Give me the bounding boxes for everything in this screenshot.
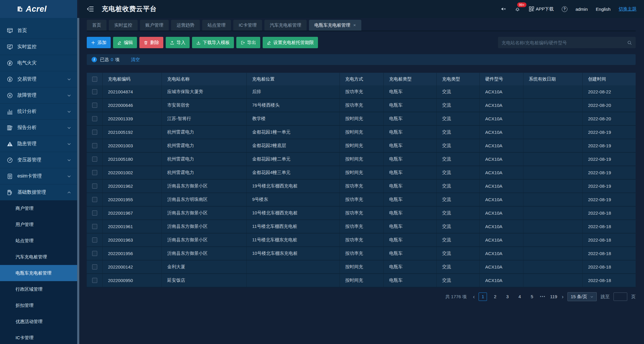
- collapse-sidebar-icon[interactable]: [87, 5, 94, 13]
- clear-selection-link[interactable]: 清空: [131, 57, 140, 63]
- column-header[interactable]: 充电桩编码: [103, 73, 162, 85]
- page-number-button[interactable]: 2: [491, 293, 499, 301]
- row-checkbox[interactable]: [92, 157, 97, 162]
- mute-icon[interactable]: [500, 6, 506, 12]
- table-row[interactable]: 2022000646市安装宿舍76号楼西楼头按功率充电瓶车交流ACX10A202…: [87, 99, 636, 112]
- sidebar-subitem[interactable]: 优惠活动管理: [0, 313, 77, 330]
- sidebar-item[interactable]: 报告分析: [0, 119, 77, 136]
- sidebar-subitem[interactable]: IC卡管理: [0, 330, 77, 344]
- sidebar-subitem[interactable]: 商户管理: [0, 200, 77, 216]
- column-header[interactable]: 系统有效日期: [523, 73, 583, 85]
- tab[interactable]: 电瓶车充电桩管理×: [309, 20, 361, 31]
- table-row[interactable]: 2021005192杭州雷霆电力金都花园1幢一单元按时间充电瓶车交流ACX10A…: [87, 126, 636, 139]
- table-row[interactable]: 2022001967沂南县东方御景小区10号楼北车棚西充电桩按功率充电瓶车交流A…: [87, 207, 636, 220]
- table-row[interactable]: 2022001963沂南县东方御景小区11号楼北车棚东充电桩按功率充电瓶车交流A…: [87, 234, 636, 247]
- column-header[interactable]: 充电站名称: [162, 73, 247, 85]
- theme-toggle-link[interactable]: 切换主题: [619, 6, 637, 12]
- tab[interactable]: 账户管理: [140, 20, 169, 31]
- brand-logo[interactable]: Acrel: [0, 0, 77, 18]
- tab[interactable]: 站点管理: [202, 20, 231, 31]
- page-number-button[interactable]: 4: [515, 293, 524, 301]
- toolbar-button[interactable]: 设置充电桩托管期限: [263, 37, 318, 48]
- sidebar-item[interactable]: 隐患管理: [0, 136, 77, 152]
- sidebar-item[interactable]: 电气火灾: [0, 55, 77, 71]
- page-size-select[interactable]: 15 条/页: [567, 292, 597, 301]
- sidebar-subitem[interactable]: 电瓶车充电桩管理: [0, 265, 77, 281]
- next-page-icon[interactable]: ›: [562, 294, 564, 299]
- tab[interactable]: 首页: [87, 20, 106, 31]
- language-switcher[interactable]: English: [596, 7, 610, 12]
- sidebar-subitem[interactable]: 站点管理: [0, 233, 77, 249]
- row-checkbox[interactable]: [92, 210, 97, 216]
- table-row[interactable]: 2022001339江苏-智将行教学楼按时间充电瓶车交流ACX10A2022-0…: [87, 112, 636, 126]
- row-checkbox[interactable]: [92, 264, 97, 269]
- app-download[interactable]: APP下载: [529, 6, 554, 12]
- table-row[interactable]: 2022001002杭州雷霆电力金都花园4幢三单元按时间充电瓶车交流ACX10A…: [87, 166, 636, 180]
- row-checkbox[interactable]: [92, 184, 97, 189]
- sidebar-item[interactable]: 故障管理: [0, 87, 77, 103]
- tab[interactable]: 汽车充电桩管理: [264, 20, 307, 31]
- user-menu[interactable]: admin: [576, 7, 588, 12]
- sidebar-scrollbar[interactable]: [77, 18, 79, 344]
- jump-page-input[interactable]: [613, 293, 627, 301]
- toolbar-button[interactable]: 下载导入模板: [192, 37, 234, 48]
- toolbar-button[interactable]: 删除: [139, 37, 163, 48]
- toolbar-button[interactable]: 导出: [236, 37, 260, 48]
- toolbar-button[interactable]: 添加: [87, 37, 111, 48]
- table-row[interactable]: 2022000950延安饭店按时间充电瓶车交流ACX10A2022-08-18: [87, 274, 636, 287]
- table-row[interactable]: 2022001955沂南县东方明珠南区9号楼东按功率充电瓶车交流ACX10A20…: [87, 193, 636, 207]
- row-checkbox[interactable]: [92, 170, 97, 175]
- row-checkbox[interactable]: [92, 89, 97, 94]
- sidebar-subitem[interactable]: 用户管理: [0, 216, 77, 233]
- search-icon[interactable]: [627, 40, 632, 45]
- sidebar-subitem[interactable]: 行政区域管理: [0, 281, 77, 297]
- sidebar-subitem[interactable]: 汽车充电桩管理: [0, 249, 77, 265]
- column-header[interactable]: 充电桩类型: [384, 73, 437, 85]
- table-row[interactable]: 2021004874应城市保险大厦旁后排按功率充电瓶车交流ACX10A2022-…: [87, 85, 636, 99]
- row-checkbox[interactable]: [92, 130, 97, 135]
- row-checkbox[interactable]: [92, 251, 97, 256]
- page-number-button[interactable]: 5: [528, 293, 536, 301]
- table-row[interactable]: 2022000142金利大厦按时间充电瓶车交流ACX10A2022-08-18: [87, 260, 636, 274]
- row-checkbox[interactable]: [92, 197, 97, 202]
- column-header[interactable]: 硬件型号: [480, 73, 523, 85]
- sidebar-subitem[interactable]: 折扣管理: [0, 297, 77, 313]
- column-header[interactable]: 充电桩位置: [247, 73, 340, 85]
- row-checkbox[interactable]: [92, 116, 97, 121]
- sidebar-item[interactable]: 首页: [0, 22, 77, 39]
- tab[interactable]: 实时监控: [109, 20, 138, 31]
- search-input[interactable]: [502, 40, 627, 45]
- sidebar-item[interactable]: 基础数据管理: [0, 184, 77, 200]
- row-checkbox[interactable]: [92, 103, 97, 108]
- page-number-button[interactable]: 1: [479, 293, 487, 301]
- sidebar-item[interactable]: esim卡管理: [0, 168, 77, 184]
- row-checkbox[interactable]: [92, 224, 97, 229]
- sidebar-item[interactable]: 实时监控: [0, 39, 77, 55]
- table-row[interactable]: 2022001961沂南县东方御景小区11号楼北车棚西充电桩按功率充电瓶车交流A…: [87, 220, 636, 234]
- tab[interactable]: IC卡管理: [233, 20, 262, 31]
- prev-page-icon[interactable]: ‹: [473, 294, 475, 299]
- tab[interactable]: 运营趋势: [171, 20, 200, 31]
- column-header[interactable]: 充电类型: [437, 73, 480, 85]
- sidebar-item[interactable]: 交易管理: [0, 71, 77, 87]
- toolbar-button[interactable]: 编辑: [113, 37, 137, 48]
- row-checkbox[interactable]: [92, 237, 97, 243]
- select-all-checkbox[interactable]: [92, 77, 97, 82]
- page-number-button[interactable]: 3: [503, 293, 511, 301]
- close-icon[interactable]: ×: [353, 20, 356, 31]
- column-header[interactable]: 创建时间: [583, 73, 636, 85]
- toolbar-button[interactable]: 导入: [166, 37, 190, 48]
- sidebar-item[interactable]: 变压器管理: [0, 152, 77, 168]
- table-row[interactable]: 2022001003杭州雷霆电力金都花园2幢底层按时间充电瓶车交流ACX10A2…: [87, 139, 636, 153]
- last-page-button[interactable]: 119: [549, 293, 558, 301]
- table-row[interactable]: 2021005180杭州雷霆电力金都花园3幢二单元按时间充电瓶车交流ACX10A…: [87, 153, 636, 166]
- pagination-ellipsis[interactable]: •••: [540, 295, 546, 299]
- table-row[interactable]: 2022001962沂南县东方御景小区19号楼北车棚西充电桩按功率充电瓶车交流A…: [87, 180, 636, 193]
- row-checkbox[interactable]: [92, 143, 97, 148]
- help-icon[interactable]: ?: [562, 6, 567, 12]
- notifications[interactable]: 99+: [514, 6, 520, 13]
- table-row[interactable]: 2022001956沂南县东方御景小区10号楼北车棚东充电桩按功率充电瓶车交流A…: [87, 247, 636, 260]
- row-checkbox[interactable]: [92, 278, 97, 283]
- sidebar-item[interactable]: 统计分析: [0, 103, 77, 119]
- column-header[interactable]: 充电方式: [340, 73, 384, 85]
